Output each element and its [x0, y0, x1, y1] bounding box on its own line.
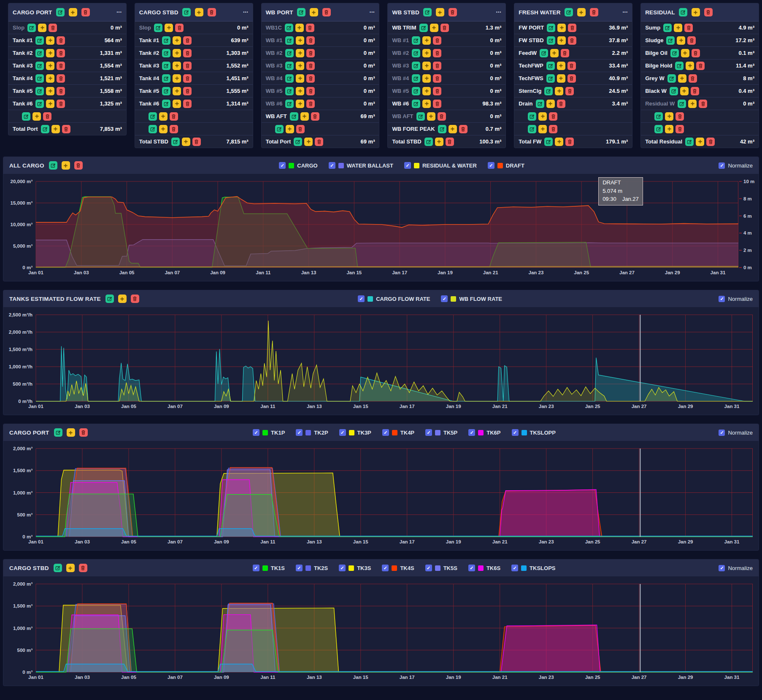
- add-button[interactable]: [422, 87, 431, 95]
- del-button[interactable]: [306, 49, 315, 57]
- del-button[interactable]: [557, 100, 565, 108]
- edit-button[interactable]: [412, 36, 420, 45]
- add-button[interactable]: [678, 74, 686, 83]
- legend-item-tk4s[interactable]: ✓TK4S: [382, 565, 414, 571]
- add-button[interactable]: [674, 24, 682, 32]
- edit-button[interactable]: [663, 24, 672, 32]
- edit-button[interactable]: [285, 100, 294, 108]
- del-button[interactable]: [567, 74, 576, 83]
- add-button[interactable]: [173, 36, 181, 45]
- add-button[interactable]: [296, 74, 304, 83]
- add-button[interactable]: [449, 125, 457, 133]
- edit-button[interactable]: [290, 112, 298, 121]
- del-button[interactable]: [684, 24, 693, 32]
- del-button[interactable]: [433, 87, 441, 95]
- add-button[interactable]: [436, 8, 444, 16]
- chart-svg[interactable]: [36, 315, 753, 401]
- add-button[interactable]: [46, 87, 54, 95]
- legend-item-tk2p[interactable]: ✓TK2P: [296, 429, 328, 436]
- edit-button[interactable]: [41, 125, 49, 133]
- add-button[interactable]: [46, 62, 54, 70]
- edit-button[interactable]: [412, 62, 420, 70]
- edit-button[interactable]: [675, 62, 684, 70]
- add-button[interactable]: [304, 138, 313, 146]
- add-button[interactable]: [118, 295, 127, 303]
- chart-plot-area[interactable]: 2,000 m³1,500 m³1,000 m³500 m³0 m³: [36, 449, 753, 537]
- edit-button[interactable]: [670, 49, 679, 57]
- legend-item-tkslopp[interactable]: ✓TKSLOPP: [512, 429, 556, 436]
- add-button[interactable]: [422, 36, 431, 45]
- del-button[interactable]: [433, 36, 441, 45]
- add-button[interactable]: [681, 49, 689, 57]
- add-button[interactable]: [173, 100, 181, 108]
- del-button[interactable]: [568, 24, 576, 32]
- del-button[interactable]: [440, 24, 449, 32]
- del-button[interactable]: [691, 87, 699, 95]
- del-button[interactable]: [449, 8, 457, 16]
- add-button[interactable]: [195, 8, 203, 16]
- add-button[interactable]: [296, 62, 304, 70]
- del-button[interactable]: [192, 138, 201, 146]
- add-button[interactable]: [296, 87, 304, 95]
- legend-checkbox[interactable]: ✓: [253, 565, 259, 571]
- normalize-toggle[interactable]: ✓Normalize: [719, 430, 753, 436]
- del-button[interactable]: [549, 112, 557, 121]
- del-button[interactable]: [81, 8, 90, 16]
- edit-button[interactable]: [35, 100, 44, 108]
- del-button[interactable]: [549, 125, 557, 133]
- edit-button[interactable]: [546, 62, 555, 70]
- legend-checkbox[interactable]: ✓: [468, 429, 475, 436]
- edit-button[interactable]: [547, 36, 555, 45]
- add-button[interactable]: [66, 564, 75, 572]
- add-button[interactable]: [557, 24, 566, 32]
- del-button[interactable]: [57, 49, 65, 57]
- add-button[interactable]: [688, 100, 697, 108]
- del-button[interactable]: [433, 62, 441, 70]
- del-button[interactable]: [568, 36, 576, 45]
- del-button[interactable]: [306, 36, 315, 45]
- edit-button[interactable]: [412, 74, 420, 83]
- del-button[interactable]: [208, 8, 216, 16]
- edit-button[interactable]: [162, 62, 170, 70]
- edit-button[interactable]: [412, 100, 420, 108]
- edit-button[interactable]: [285, 36, 294, 45]
- legend-checkbox[interactable]: ✓: [382, 429, 389, 436]
- add-button[interactable]: [159, 125, 168, 133]
- edit-button[interactable]: [528, 125, 536, 133]
- del-button[interactable]: [689, 74, 697, 83]
- del-button[interactable]: [306, 24, 314, 32]
- add-button[interactable]: [577, 8, 586, 16]
- edit-button[interactable]: [275, 125, 284, 133]
- edit-button[interactable]: [540, 49, 548, 57]
- add-button[interactable]: [546, 100, 555, 108]
- chart-svg[interactable]: [36, 449, 753, 537]
- del-button[interactable]: [183, 74, 192, 83]
- edit-button[interactable]: [149, 125, 157, 133]
- add-button[interactable]: [296, 100, 304, 108]
- legend-item-tk6p[interactable]: ✓TK6P: [468, 429, 500, 436]
- legend-item-tk3p[interactable]: ✓TK3P: [339, 429, 371, 436]
- legend-checkbox[interactable]: ✓: [425, 565, 432, 571]
- add-button[interactable]: [46, 100, 54, 108]
- del-button[interactable]: [170, 112, 178, 121]
- del-button[interactable]: [57, 87, 65, 95]
- edit-button[interactable]: [49, 161, 57, 170]
- del-button[interactable]: [567, 62, 576, 70]
- legend-item-residual-water[interactable]: ✓RESIDUAL & WATER: [404, 162, 477, 169]
- add-button[interactable]: [555, 87, 563, 95]
- add-button[interactable]: [296, 36, 304, 45]
- edit-button[interactable]: [22, 112, 30, 121]
- edit-button[interactable]: [670, 87, 678, 95]
- add-button[interactable]: [46, 74, 54, 83]
- del-button[interactable]: [296, 125, 305, 133]
- normalize-toggle[interactable]: ✓Normalize: [719, 162, 753, 169]
- legend-checkbox[interactable]: ✓: [339, 429, 346, 436]
- edit-button[interactable]: [654, 112, 663, 121]
- legend-checkbox[interactable]: ✓: [404, 162, 411, 169]
- del-button[interactable]: [433, 100, 441, 108]
- legend-item-tk3s[interactable]: ✓TK3S: [339, 565, 371, 571]
- legend-item-tk6s[interactable]: ✓TK6S: [468, 565, 500, 571]
- edit-button[interactable]: [412, 87, 420, 95]
- add-button[interactable]: [38, 24, 46, 32]
- edit-button[interactable]: [438, 125, 446, 133]
